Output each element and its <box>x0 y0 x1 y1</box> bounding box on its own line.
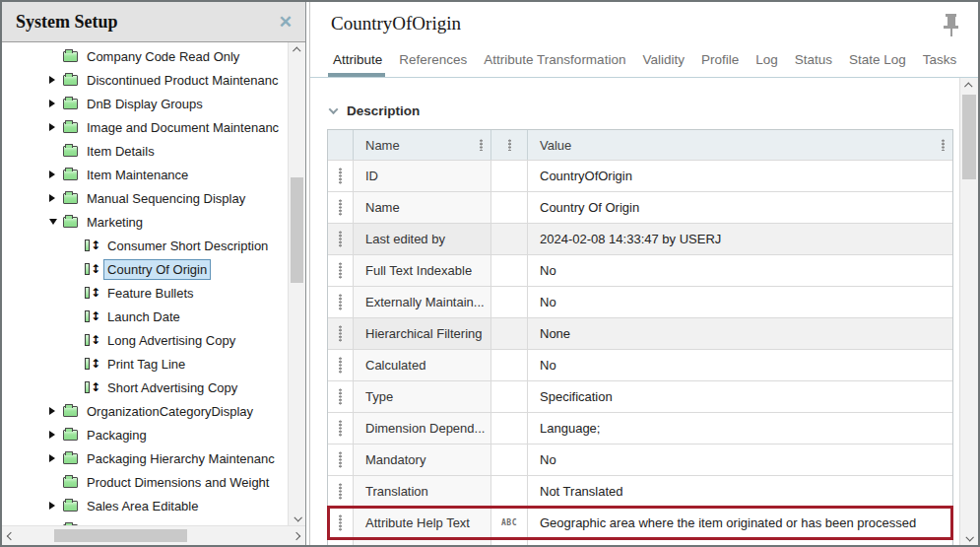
folder-icon <box>63 170 78 180</box>
tree-item-item-details[interactable]: Item Details <box>2 139 288 163</box>
table-row-calculated[interactable]: CalculatedNo <box>328 349 952 380</box>
system-setup-panel: System Setup ✕ Company Code Read Only Di… <box>2 2 306 545</box>
scroll-down-arrow[interactable] <box>960 530 978 545</box>
column-menu-icon[interactable] <box>942 139 945 151</box>
row-drag-handle[interactable] <box>328 476 354 507</box>
scroll-right-arrow[interactable] <box>293 531 300 539</box>
tree-item-consumer-short-description[interactable]: ↕Consumer Short Description <box>2 234 288 257</box>
tree-container: Company Code Read Only Discontinued Prod… <box>2 42 305 525</box>
tab-state-log[interactable]: State Log <box>849 52 906 67</box>
abc-text-type-icon: ABC <box>501 518 517 527</box>
table-row-name[interactable]: NameCountry Of Origin <box>328 191 952 223</box>
scrollbar-thumb[interactable] <box>54 529 187 542</box>
expand-arrow[interactable] <box>49 194 63 202</box>
table-header-row: Name Value <box>328 130 952 160</box>
table-row-dimension-dependency[interactable]: Dimension Depend...Language; <box>328 412 952 444</box>
folder-icon <box>63 406 78 417</box>
tree-item-print-tag-line[interactable]: ↕Print Tag Line <box>2 352 288 376</box>
tree-item-item-maintenance[interactable]: Item Maintenance <box>2 163 288 186</box>
attribute-detail-panel: CountryOfOrigin Attribute References Att… <box>309 2 978 545</box>
table-row-full-text-indexable[interactable]: Full Text IndexableNo <box>328 254 952 286</box>
table-row-mandatory[interactable]: MandatoryNo <box>328 444 952 475</box>
table-row-type[interactable]: TypeSpecification <box>328 380 952 412</box>
row-drag-handle[interactable] <box>328 161 354 191</box>
table-row-attribute-help-text[interactable]: Attribute Help TextABCGeographic area wh… <box>328 507 952 538</box>
tree-item-feature-bullets[interactable]: ↕Feature Bullets <box>2 281 288 305</box>
column-menu-icon[interactable] <box>480 139 483 151</box>
tree-item-packaging-hierarchy-maintenance[interactable]: Packaging Hierarchy Maintenanc <box>2 446 288 470</box>
row-drag-handle[interactable] <box>328 444 354 475</box>
tree-item-packaging[interactable]: Packaging <box>2 423 288 446</box>
table-row-hierarchical-filtering[interactable]: Hierarchical FilteringNone <box>328 317 952 349</box>
tree-item-short-advertising-copy[interactable]: ↕Short Advertising Copy <box>2 376 288 399</box>
scroll-up-arrow[interactable] <box>960 78 978 93</box>
expand-arrow[interactable] <box>49 76 63 84</box>
tree-item-marketing[interactable]: Marketing <box>2 210 288 234</box>
table-row-translation[interactable]: TranslationNot Translated <box>328 475 952 507</box>
table-row-last-edited-by[interactable]: Last edited by2024-02-08 14:33:47 by USE… <box>328 223 952 254</box>
tab-profile[interactable]: Profile <box>701 52 739 67</box>
scrollbar-thumb[interactable] <box>291 177 303 283</box>
tree-item-launch-date[interactable]: ↕Launch Date <box>2 305 288 328</box>
tree-horizontal-scrollbar[interactable] <box>2 525 305 545</box>
scroll-up-arrow[interactable] <box>289 42 305 57</box>
tab-status[interactable]: Status <box>795 52 832 67</box>
main-header: CountryOfOrigin Attribute References Att… <box>310 2 978 78</box>
folder-icon <box>63 193 78 204</box>
tree-item-sales-area-editable[interactable]: Sales Area Editable <box>2 494 288 517</box>
tree-item-dnb-display-groups[interactable]: DnB Display Groups <box>2 92 288 115</box>
scroll-down-arrow[interactable] <box>289 511 305 525</box>
tree-item-sales-area-read-only[interactable]: Sales Area Read Only <box>2 517 288 525</box>
tab-log[interactable]: Log <box>755 52 778 67</box>
pin-icon[interactable] <box>944 14 958 36</box>
row-drag-handle[interactable] <box>328 287 354 317</box>
expand-arrow[interactable] <box>49 431 63 439</box>
tab-attribute[interactable]: Attribute <box>333 52 382 67</box>
content-vertical-scrollbar[interactable] <box>959 78 978 545</box>
tree-item-manual-sequencing-display[interactable]: Manual Sequencing Display <box>2 186 288 210</box>
row-drag-handle[interactable] <box>328 508 354 538</box>
collapse-arrow[interactable] <box>49 219 63 225</box>
folder-icon <box>63 217 78 228</box>
tree-item-discontinued-product-maintenance[interactable]: Discontinued Product Maintenanc <box>2 68 288 92</box>
scroll-left-arrow[interactable] <box>7 531 15 539</box>
tree-item-product-dimensions-and-weight[interactable]: Product Dimensions and Weight <box>2 470 288 494</box>
row-drag-handle[interactable] <box>328 318 354 349</box>
table-row-id[interactable]: IDCountryOfOrigin <box>328 160 952 191</box>
expand-arrow[interactable] <box>49 454 63 462</box>
tree-item-image-and-document-maintenance[interactable]: Image and Document Maintenanc <box>2 115 288 139</box>
row-drag-handle[interactable] <box>328 192 354 223</box>
column-header-value[interactable]: Value <box>528 130 952 160</box>
tab-references[interactable]: References <box>399 52 467 67</box>
expand-arrow[interactable] <box>49 100 63 107</box>
tree-vertical-scrollbar[interactable] <box>288 42 305 525</box>
attribute-icon: ↕ <box>85 286 100 300</box>
row-drag-handle[interactable] <box>328 224 354 254</box>
tree-item-organizationcategorydisplay[interactable]: OrganizationCategoryDisplay <box>2 399 288 423</box>
description-section-header[interactable]: Description <box>330 103 978 118</box>
column-header-name[interactable]: Name <box>354 130 491 160</box>
expand-arrow[interactable] <box>49 171 63 178</box>
expand-arrow[interactable] <box>49 502 63 510</box>
row-drag-handle[interactable] <box>328 255 354 286</box>
folder-icon <box>63 430 78 441</box>
close-icon[interactable]: ✕ <box>279 14 293 31</box>
row-drag-handle[interactable] <box>328 350 354 380</box>
expand-arrow[interactable] <box>49 407 63 415</box>
table-row-externally-maintained[interactable]: Externally Maintain...No <box>328 286 952 317</box>
tab-validity[interactable]: Validity <box>642 52 685 67</box>
expand-arrow[interactable] <box>49 123 63 131</box>
tree-item-long-advertising-copy[interactable]: ↕Long Advertising Copy <box>2 328 288 352</box>
folder-icon <box>63 146 78 157</box>
column-menu-icon[interactable] <box>508 139 511 151</box>
tab-tasks[interactable]: Tasks <box>923 52 957 67</box>
tab-attribute-transformation[interactable]: Attribute Transformation <box>484 52 625 67</box>
tree-item-country-of-origin[interactable]: ↕Country Of Origin <box>2 257 288 281</box>
row-drag-handle[interactable] <box>328 413 354 444</box>
row-drag-handle[interactable] <box>328 381 354 412</box>
tree-item-company-code-read-only[interactable]: Company Code Read Only <box>2 44 288 68</box>
tab-content: Description Name Value IDCountryOfOrigin… <box>310 78 978 545</box>
column-header-type[interactable] <box>491 130 528 160</box>
folder-icon <box>63 501 78 512</box>
scrollbar-thumb[interactable] <box>962 95 976 179</box>
